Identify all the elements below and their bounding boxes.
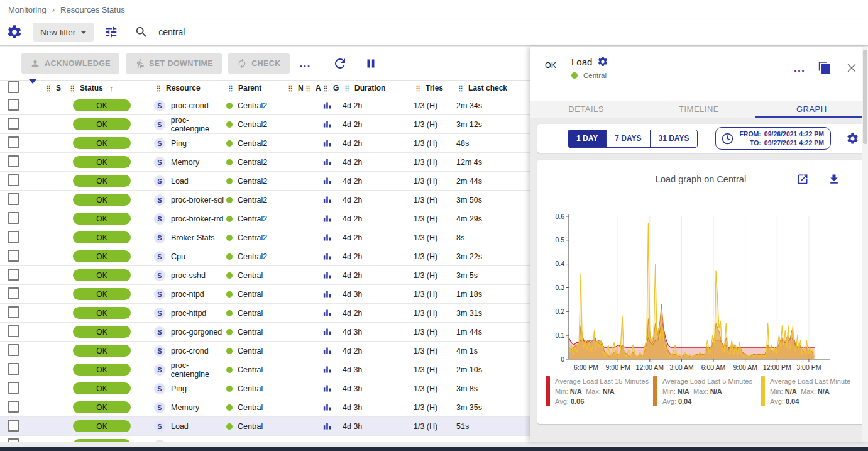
legend-item[interactable]: Average Load Last 15 MinutesMin: N/A Max… [546, 376, 649, 406]
breadcrumb-monitoring[interactable]: Monitoring [8, 5, 47, 14]
column-header-g[interactable]: ⋮G [321, 84, 343, 92]
tab-graph[interactable]: GRAPH [755, 101, 868, 118]
graph-icon[interactable] [321, 99, 343, 111]
resource-name[interactable]: proc-broker-rrd [171, 214, 223, 223]
resource-name[interactable]: proc-crond [171, 101, 209, 110]
row-checkbox[interactable] [8, 118, 19, 130]
row-checkbox[interactable] [8, 420, 19, 432]
breadcrumb-resources-status[interactable]: Resources Status [60, 5, 125, 14]
resource-name[interactable]: proc-httpd [171, 309, 206, 318]
row-checkbox[interactable] [8, 401, 19, 413]
resource-name[interactable]: proc-ntpd [171, 290, 204, 299]
graph-icon[interactable] [321, 194, 343, 206]
parent-name[interactable]: Central2 [238, 120, 267, 129]
to-value[interactable]: 09/27/2021 4:22 PM [764, 138, 824, 147]
range-31-days-button[interactable]: 31 DAYS [651, 130, 698, 147]
column-header-a[interactable]: ⋮A [304, 84, 321, 92]
resource-name[interactable]: Memory [171, 158, 199, 167]
graph-icon[interactable] [321, 401, 343, 413]
parent-name[interactable]: Central [238, 271, 263, 280]
row-checkbox[interactable] [8, 136, 19, 148]
resource-name[interactable]: Ping [171, 139, 187, 148]
acknowledge-button[interactable]: ACKNOWLEDGE [21, 53, 119, 74]
parent-name[interactable]: Central2 [238, 214, 267, 223]
resource-name[interactable]: proc-crond [171, 347, 209, 355]
row-checkbox[interactable] [8, 325, 19, 337]
graph-icon[interactable] [321, 213, 343, 225]
graph-icon[interactable] [321, 307, 343, 319]
graph-icon[interactable] [321, 137, 343, 149]
parent-name[interactable]: Central [238, 384, 263, 393]
graph-icon[interactable] [321, 231, 343, 243]
resource-name[interactable]: Memory [171, 403, 199, 412]
close-panel-icon[interactable] [844, 60, 859, 75]
parent-name[interactable]: Central2 [238, 139, 267, 148]
row-checkbox[interactable] [8, 287, 19, 299]
parent-name[interactable]: Central [238, 328, 263, 337]
column-header-last-check[interactable]: ⋮Last check [456, 84, 533, 92]
column-header-status[interactable]: ⋮Status↑ [68, 84, 154, 93]
resource-name[interactable]: proc-sshd [171, 271, 206, 280]
resource-name[interactable]: proc-centengine [171, 361, 226, 379]
new-filter-dropdown[interactable]: New filter [33, 23, 94, 42]
parent-name[interactable]: Central2 [238, 196, 267, 204]
column-header-parent[interactable]: ⋮Parent [226, 84, 286, 92]
more-actions-button[interactable]: ... [300, 60, 311, 67]
parent-name[interactable]: Central [238, 290, 263, 299]
graph-icon[interactable] [321, 382, 343, 394]
graph-icon[interactable] [321, 364, 343, 376]
row-checkbox[interactable] [8, 99, 19, 111]
graph-icon[interactable] [321, 288, 343, 300]
legend-item[interactable]: Average Load Last 5 MinutesMin: N/A Max:… [653, 376, 757, 406]
vertical-scrollbar[interactable] [862, 47, 868, 442]
horizontal-scrollbar[interactable] [0, 442, 868, 447]
open-in-new-icon[interactable] [795, 172, 810, 187]
resource-name[interactable]: proc-broker-sql [171, 196, 224, 204]
row-checkbox[interactable] [8, 306, 19, 318]
scrollbar-thumb[interactable] [863, 50, 867, 144]
select-all-checkbox[interactable] [8, 81, 19, 93]
graph-icon[interactable] [321, 156, 343, 168]
graph-icon[interactable] [321, 118, 343, 130]
copy-link-icon[interactable] [816, 60, 833, 76]
graph-icon[interactable] [321, 250, 343, 262]
column-header-n[interactable]: ⋮N [286, 84, 304, 92]
legend-item[interactable]: Average Load Last MinuteMin: N/A Max: N/… [761, 376, 864, 406]
check-button[interactable]: CHECK [228, 53, 289, 74]
tab-details[interactable]: DETAILS [530, 101, 642, 118]
column-header-s[interactable]: ⋮S [44, 84, 68, 92]
column-header-tries[interactable]: ⋮Tries [414, 84, 456, 92]
row-checkbox[interactable] [8, 212, 19, 224]
graph-icon[interactable] [321, 420, 343, 432]
filter-tune-icon[interactable] [103, 24, 119, 40]
tab-timeline[interactable]: TIMELINE [642, 101, 755, 118]
graph-options-gear-icon[interactable] [845, 131, 860, 147]
resource-name[interactable]: Load [171, 422, 189, 431]
graph-icon[interactable] [321, 269, 343, 281]
selection-menu-caret-icon[interactable] [29, 79, 36, 92]
pause-button[interactable] [363, 55, 379, 72]
resource-name[interactable]: Load [171, 177, 189, 186]
panel-settings-gear-icon[interactable] [597, 56, 608, 67]
resource-name[interactable]: Cpu [171, 252, 185, 261]
parent-name[interactable]: Central [238, 365, 263, 374]
parent-name[interactable]: Central [238, 403, 263, 412]
parent-name[interactable]: Central [238, 347, 263, 355]
custom-time-period[interactable]: FROM:09/26/2021 4:22 PM TO:09/27/2021 4:… [715, 127, 831, 150]
set-downtime-button[interactable]: SET DOWNTIME [126, 53, 222, 74]
row-checkbox[interactable] [8, 269, 19, 281]
column-header-duration[interactable]: ⋮Duration [343, 84, 414, 92]
parent-name[interactable]: Central2 [238, 177, 267, 186]
parent-name[interactable]: Central2 [238, 252, 267, 261]
parent-name[interactable]: Central2 [238, 101, 267, 110]
range-7-days-button[interactable]: 7 DAYS [607, 130, 650, 147]
row-checkbox[interactable] [8, 174, 19, 186]
resource-name[interactable]: Broker-Stats [171, 233, 214, 242]
graph-icon[interactable] [321, 326, 343, 338]
filter-settings-gear-icon[interactable] [5, 23, 24, 42]
row-checkbox[interactable] [8, 155, 19, 167]
range-1-day-button[interactable]: 1 DAY [568, 130, 607, 147]
row-checkbox[interactable] [8, 231, 19, 243]
graph-icon[interactable] [321, 175, 343, 187]
resource-name[interactable]: proc-centengine [171, 116, 226, 133]
